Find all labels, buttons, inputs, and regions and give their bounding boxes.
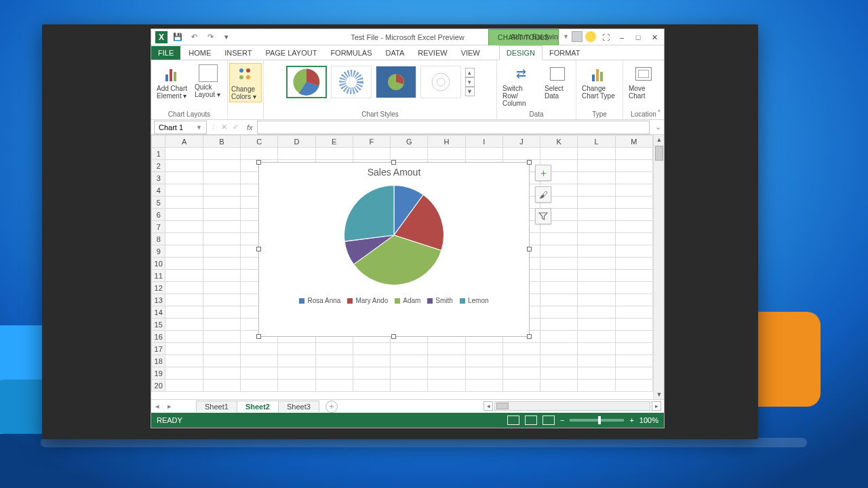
sheet-nav-prev[interactable]: ◂ (151, 402, 163, 411)
excel-logo-icon: X (155, 31, 167, 43)
embedded-chart[interactable]: Sales Amout Rosa AnnaMary AndoAdamSmithL… (258, 162, 530, 337)
quick-access-toolbar: X 💾 ↶ ↷ ▾ (151, 31, 237, 43)
tab-file[interactable]: FILE (151, 46, 180, 60)
style-gallery-spinner[interactable]: ▴▾▼ (465, 68, 475, 96)
resize-handle[interactable] (391, 160, 396, 165)
group-label: Data (529, 110, 543, 119)
scroll-down-icon[interactable]: ▼ (654, 390, 664, 399)
zoom-out-button[interactable]: − (560, 416, 564, 424)
cancel-formula-icon[interactable]: ✕ (221, 123, 227, 131)
change-colors-button[interactable]: Change Colors ▾ (229, 63, 262, 102)
tab-data[interactable]: DATA (379, 46, 412, 60)
redo-button[interactable]: ↷ (204, 31, 216, 43)
fx-icon[interactable]: fx (243, 123, 257, 131)
formula-input[interactable] (257, 121, 650, 134)
sheet-nav-next[interactable]: ▸ (163, 402, 176, 411)
zoom-in-button[interactable]: + (629, 416, 633, 424)
new-sheet-button[interactable]: ＋ (326, 401, 338, 413)
zoom-level[interactable]: 100% (639, 416, 658, 424)
chart-styles-button[interactable]: 🖌 (535, 186, 551, 203)
chart-style-3[interactable] (376, 66, 416, 98)
enter-formula-icon[interactable]: ✓ (233, 123, 239, 131)
minimize-button[interactable]: – (615, 32, 629, 43)
chart-style-4[interactable] (420, 66, 461, 98)
chart-style-1[interactable] (286, 66, 327, 98)
chart-title[interactable]: Sales Amout (259, 163, 529, 179)
tab-format[interactable]: FORMAT (542, 46, 587, 60)
zoom-slider[interactable] (570, 419, 624, 422)
resize-handle[interactable] (527, 247, 532, 251)
quick-layout-button[interactable]: Quick Layout ▾ (193, 63, 223, 100)
view-page-layout-button[interactable] (525, 415, 537, 425)
sheet-tab-sheet1[interactable]: Sheet1 (196, 401, 237, 412)
collapse-ribbon-icon[interactable]: ˄ (657, 109, 661, 118)
decoration (41, 438, 807, 447)
screenshot-frame: X 💾 ↶ ↷ ▾ Test File - Microsoft Excel Pr… (42, 24, 758, 439)
undo-button[interactable]: ↶ (188, 31, 200, 43)
group-chart-layouts: Add Chart Element ▾ Quick Layout ▾ Chart… (151, 60, 228, 119)
worksheet-area: ABCDEFGHIJKLM123456789101112131415161718… (151, 135, 664, 399)
label: Move Chart (629, 85, 658, 100)
change-chart-type-button[interactable]: Change Chart Type (580, 63, 618, 101)
add-chart-element-button[interactable]: Add Chart Element ▾ (155, 63, 191, 101)
scroll-left-icon[interactable]: ◂ (484, 401, 493, 411)
group-type: Change Chart Type Type (576, 60, 623, 119)
excel-window: X 💾 ↶ ↷ ▾ Test File - Microsoft Excel Pr… (151, 28, 665, 428)
tab-view[interactable]: VIEW (454, 46, 487, 60)
group-label: Chart Styles (361, 110, 398, 119)
resize-handle[interactable] (256, 160, 261, 165)
sheet-tab-sheet3[interactable]: Sheet3 (278, 401, 319, 412)
label: Change Chart Type (582, 85, 617, 100)
status-bar: READY − + 100% (151, 413, 664, 428)
view-normal-button[interactable] (507, 415, 519, 425)
horizontal-scrollbar[interactable]: ◂ ▸ (484, 401, 661, 411)
chevron-down-icon: ▼ (196, 124, 202, 131)
tab-home[interactable]: HOME (182, 46, 218, 60)
tab-design[interactable]: DESIGN (499, 45, 542, 60)
resize-handle[interactable] (391, 334, 396, 339)
group-chart-styles: ▴▾▼ Chart Styles (264, 60, 497, 119)
maximize-button[interactable]: □ (631, 32, 645, 43)
chart-legend[interactable]: Rosa AnnaMary AndoAdamSmithLemon (259, 294, 529, 307)
tab-review[interactable]: REVIEW (411, 46, 454, 60)
cell-grid[interactable]: ABCDEFGHIJKLM123456789101112131415161718… (151, 135, 653, 399)
ribbon-tabs: FILE HOME INSERT PAGE LAYOUT FORMULAS DA… (151, 45, 664, 60)
resize-handle[interactable] (256, 247, 261, 251)
avatar-icon[interactable] (572, 31, 583, 42)
save-button[interactable]: 💾 (172, 31, 184, 43)
move-chart-button[interactable]: Move Chart (627, 63, 660, 101)
view-page-break-button[interactable] (542, 415, 555, 425)
resize-handle[interactable] (527, 334, 532, 339)
tab-formulas[interactable]: FORMULAS (323, 46, 378, 60)
name-box-value: Chart 1 (159, 123, 183, 131)
group-change-colors: Change Colors ▾ (228, 60, 264, 119)
ribbon-display-button[interactable]: ⛶ (599, 32, 612, 43)
close-button[interactable]: ✕ (648, 32, 661, 43)
name-box[interactable]: Chart 1 ▼ (154, 121, 207, 134)
sheet-tab-sheet2[interactable]: Sheet2 (237, 401, 279, 413)
switch-row-column-button[interactable]: ⇄ Switch Row/ Column (501, 63, 540, 108)
select-data-button[interactable]: Select Data (543, 63, 572, 101)
formula-bar: Chart 1 ▼ ⋮ ✕ ✓ fx ⌄ (151, 120, 664, 135)
resize-handle[interactable] (527, 160, 532, 165)
ribbon: Add Chart Element ▾ Quick Layout ▾ Chart… (151, 60, 664, 120)
group-data: ⇄ Switch Row/ Column Select Data Data (497, 60, 576, 119)
scroll-thumb[interactable] (655, 146, 663, 161)
pie-chart-plot[interactable] (323, 179, 465, 294)
expand-formula-bar-icon[interactable]: ⌄ (652, 123, 664, 131)
tab-page-layout[interactable]: PAGE LAYOUT (258, 46, 323, 60)
scroll-right-icon[interactable]: ▸ (652, 401, 661, 411)
account-name[interactable]: Adam Baldwin (511, 33, 558, 41)
tab-insert[interactable]: INSERT (218, 46, 258, 60)
scroll-thumb[interactable] (496, 403, 509, 409)
feedback-smile-icon[interactable] (585, 31, 596, 42)
chart-style-2[interactable] (331, 66, 372, 98)
chart-elements-button[interactable]: ＋ (535, 165, 551, 181)
scroll-up-icon[interactable]: ▲ (654, 135, 664, 144)
resize-handle[interactable] (256, 334, 261, 339)
group-label: Type (592, 110, 607, 119)
chart-filter-button[interactable] (535, 208, 551, 224)
svg-point-4 (437, 78, 445, 86)
qat-customize[interactable]: ▾ (220, 31, 233, 43)
vertical-scrollbar[interactable]: ▲ ▼ (653, 135, 664, 399)
